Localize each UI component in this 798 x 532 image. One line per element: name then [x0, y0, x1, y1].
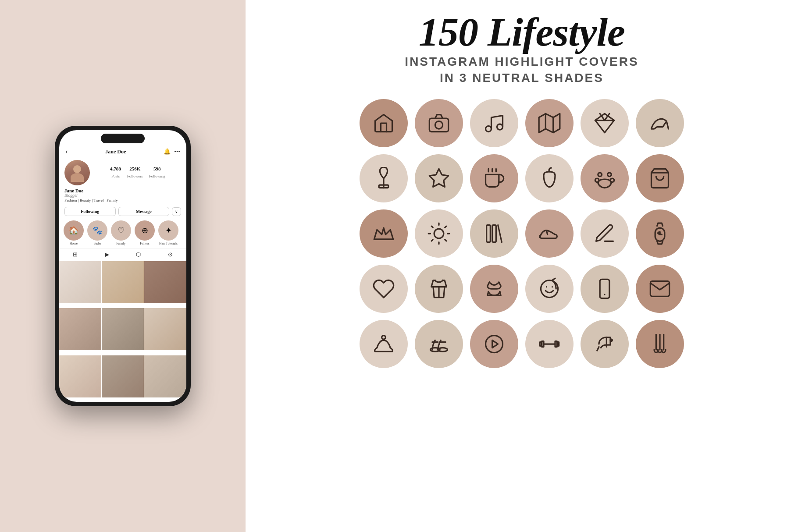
- svg-point-2: [486, 126, 492, 132]
- icon-brushes: [636, 320, 684, 368]
- icon-mail: [636, 265, 684, 313]
- highlight-hair-label: Hair Tutorials: [159, 241, 178, 245]
- followers-label: Followers: [127, 174, 143, 178]
- reels-tab-icon[interactable]: ▶: [105, 251, 109, 258]
- title-line3: IN 3 NEUTRAL SHADES: [440, 71, 604, 85]
- post-cell-8[interactable]: [102, 355, 144, 397]
- svg-line-38: [552, 278, 556, 280]
- bell-icon[interactable]: 🔔: [164, 148, 171, 155]
- svg-rect-32: [492, 225, 496, 242]
- icon-sandals: [415, 320, 463, 368]
- bio-section: Jane Doe Blogger Fashion | Beauty | Trav…: [59, 188, 186, 205]
- grid-tab-icon[interactable]: ⊞: [73, 251, 78, 258]
- highlight-fitness-circle: ⊕: [135, 220, 155, 241]
- content-tabs: ⊞ ▶ ⬡ ⊙: [59, 248, 186, 261]
- right-panel: 150 Lifestyle INSTAGRAM HIGHLIGHT COVERS…: [246, 0, 798, 532]
- svg-line-29: [431, 240, 433, 241]
- highlight-family-circle: ♡: [111, 220, 131, 241]
- svg-rect-31: [487, 225, 491, 242]
- highlight-fitness-label: Fitness: [140, 241, 149, 245]
- post-cell-4[interactable]: [59, 308, 101, 350]
- highlight-fitness[interactable]: ⊕ Fitness: [135, 220, 155, 245]
- svg-point-41: [382, 336, 386, 340]
- post-cell-5[interactable]: [102, 308, 144, 350]
- svg-rect-39: [600, 280, 609, 298]
- highlights-row: 🏠 Home 🐾 Sadie ♡ Family ⊕ Fitness ✦: [59, 219, 186, 248]
- icon-face: [525, 265, 574, 313]
- post-cell-9[interactable]: [144, 355, 186, 397]
- icon-apple: [525, 154, 574, 202]
- tagged-tab-icon[interactable]: ⊙: [168, 251, 173, 258]
- icon-diamond: [581, 99, 629, 147]
- icon-phone: [581, 265, 629, 313]
- video-tab-icon[interactable]: ⬡: [136, 251, 141, 258]
- icon-dumbbell: [525, 320, 574, 368]
- icon-coffee: [470, 154, 518, 202]
- svg-marker-4: [539, 114, 560, 133]
- stat-posts: 4,788 Posts: [110, 166, 121, 179]
- icon-heart: [360, 265, 408, 313]
- icon-play: [470, 320, 518, 368]
- avatar: [64, 160, 90, 185]
- icon-shopping: [636, 154, 684, 202]
- following-label: Following: [149, 174, 165, 178]
- highlight-sadie[interactable]: 🐾 Sadie: [87, 220, 107, 245]
- svg-point-47: [610, 339, 612, 341]
- phone-screen: ‹ Jane Doe 🔔 ••• 4,788 Posts: [59, 130, 186, 402]
- icon-hairdryer: [581, 320, 629, 368]
- svg-point-16: [598, 173, 602, 177]
- svg-point-3: [497, 124, 503, 130]
- highlight-home[interactable]: 🏠 Home: [64, 220, 84, 245]
- svg-line-30: [445, 226, 446, 227]
- header-icons: 🔔 •••: [164, 148, 180, 155]
- icon-sun: [415, 209, 463, 258]
- phone-notch: [101, 134, 145, 143]
- post-cell-1[interactable]: [59, 261, 101, 303]
- highlight-home-circle: 🏠: [64, 220, 84, 241]
- chevron-button[interactable]: ∨: [172, 207, 181, 216]
- icon-camera: [415, 99, 463, 147]
- title-line2: INSTAGRAM HIGHLIGHT COVERS: [405, 55, 638, 68]
- svg-point-22: [434, 229, 444, 238]
- highlight-sadie-circle: 🐾: [87, 220, 107, 241]
- post-cell-6[interactable]: [144, 308, 186, 350]
- svg-rect-0: [429, 118, 448, 131]
- icon-sneaker: [525, 209, 574, 258]
- profile-title: Blogger: [64, 193, 181, 198]
- highlight-family-label: Family: [116, 241, 125, 245]
- highlight-icon-grid: [360, 99, 684, 368]
- posts-count: 4,788: [110, 166, 121, 171]
- post-grid: [59, 261, 186, 402]
- highlight-family[interactable]: ♡ Family: [111, 220, 131, 245]
- icon-house: [360, 99, 408, 147]
- message-button[interactable]: Message: [118, 207, 170, 216]
- profile-name: Jane Doe: [64, 188, 181, 193]
- profile-username: Jane Doe: [105, 149, 126, 155]
- icon-heels: [636, 99, 684, 147]
- svg-line-26: [445, 240, 446, 241]
- more-icon[interactable]: •••: [174, 148, 180, 155]
- following-button[interactable]: Following: [64, 207, 116, 216]
- highlight-hair[interactable]: ✦ Hair Tutorials: [158, 220, 178, 245]
- post-cell-7[interactable]: [59, 355, 101, 397]
- icon-books: [470, 209, 518, 258]
- subtitle: INSTAGRAM HIGHLIGHT COVERS IN 3 NEUTRAL …: [405, 54, 638, 86]
- stat-following: 598 Following: [149, 166, 165, 179]
- svg-marker-12: [429, 169, 448, 187]
- icon-plant: [360, 154, 408, 202]
- highlight-home-label: Home: [70, 241, 78, 245]
- title-section: 150 Lifestyle INSTAGRAM HIGHLIGHT COVERS…: [405, 13, 638, 86]
- followers-count: 256K: [127, 166, 143, 171]
- icon-paw: [581, 154, 629, 202]
- highlight-sadie-label: Sadie: [94, 241, 101, 245]
- back-icon[interactable]: ‹: [65, 148, 68, 156]
- stats-row: 4,788 Posts 256K Followers 598 Following: [94, 166, 181, 179]
- icon-star: [415, 154, 463, 202]
- svg-point-1: [435, 121, 442, 129]
- action-buttons: Following Message ∨: [59, 205, 186, 219]
- icon-map: [525, 99, 574, 147]
- post-cell-3[interactable]: [144, 261, 186, 303]
- post-cell-2[interactable]: [102, 261, 144, 303]
- left-panel: ‹ Jane Doe 🔔 ••• 4,788 Posts: [0, 0, 246, 532]
- svg-marker-7: [595, 114, 614, 133]
